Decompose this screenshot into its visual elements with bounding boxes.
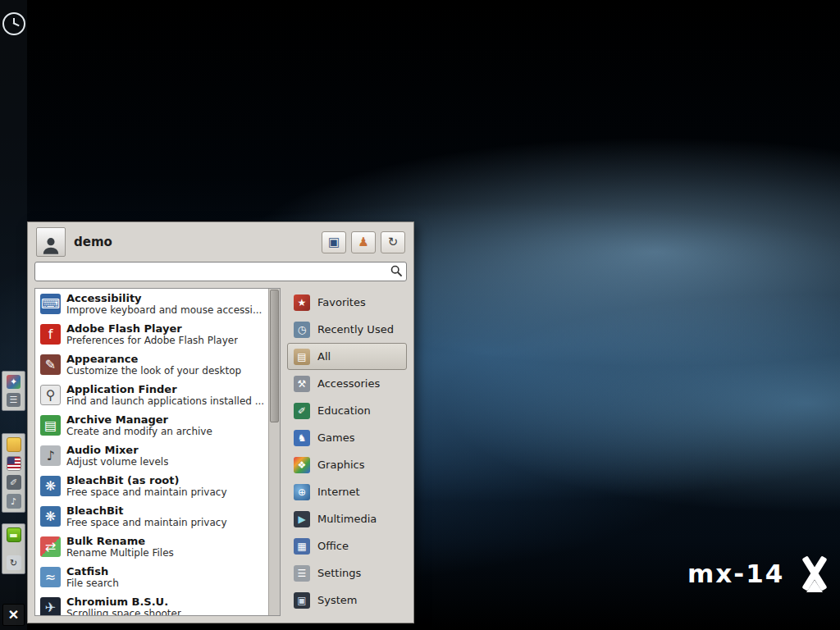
- category-office[interactable]: ▦Office: [287, 532, 407, 559]
- whisker-menu-content: ⌨AccessibilityImprove keyboard and mouse…: [28, 288, 413, 623]
- app-item-catfish[interactable]: ≈CatfishFile search: [35, 562, 268, 592]
- search-input[interactable]: [34, 262, 407, 281]
- search-icon: [390, 265, 403, 277]
- application-list-panel: ⌨AccessibilityImprove keyboard and mouse…: [34, 288, 281, 616]
- settings-icon: ☰: [294, 565, 310, 582]
- app-description: Find and launch applications installed .…: [66, 395, 264, 407]
- app-item-adobe-flash-player[interactable]: fAdobe Flash PlayerPreferences for Adobe…: [35, 319, 268, 349]
- app-description: Free space and maintain privacy: [66, 517, 227, 528]
- app-title: Adobe Flash Player: [66, 322, 238, 336]
- app-title: BleachBit (as root): [66, 474, 227, 487]
- keyboard-layout-us-flag-icon[interactable]: [7, 456, 21, 471]
- audio-mixer-icon: ♪: [40, 445, 61, 466]
- category-label: Internet: [317, 486, 360, 498]
- category-games[interactable]: ♞Games: [287, 424, 407, 451]
- app-title: Archive Manager: [66, 413, 212, 427]
- settings-manager-icon: ▣: [328, 235, 340, 249]
- whisker-menu-button[interactable]: ✕: [2, 604, 25, 626]
- panel-launchers: ✦☰: [2, 371, 25, 411]
- mx-menu-icon: ✕: [8, 609, 19, 622]
- multimedia-icon: ▶: [294, 511, 310, 527]
- app-title: Bulk Rename: [66, 535, 174, 548]
- application-list: ⌨AccessibilityImprove keyboard and mouse…: [35, 289, 268, 615]
- category-settings[interactable]: ☰Settings: [287, 559, 407, 587]
- system-icon: ▣: [294, 592, 310, 609]
- app-list-scrollbar[interactable]: [268, 289, 280, 615]
- bulk-rename-icon: ⇄: [40, 536, 61, 557]
- category-label: Recently Used: [317, 323, 394, 336]
- settings-manager-button[interactable]: ▣: [322, 231, 346, 253]
- favorites-icon: ★: [294, 294, 310, 311]
- category-label: System: [317, 594, 357, 606]
- category-label: Favorites: [317, 296, 366, 308]
- notes-icon[interactable]: [7, 437, 21, 452]
- app-item-bulk-rename[interactable]: ⇄Bulk RenameRename Multiple Files: [35, 532, 268, 562]
- app-description: Scrolling space shooter: [66, 608, 181, 615]
- application-finder-icon: ⚲: [40, 385, 61, 405]
- username: demo: [74, 235, 313, 249]
- mixer-sliders-icon[interactable]: ☰: [7, 393, 21, 407]
- category-multimedia[interactable]: ▶Multimedia: [287, 505, 407, 532]
- clock-icon: [2, 12, 25, 35]
- games-icon: ♞: [294, 430, 310, 446]
- archive-manager-icon: ▤: [40, 415, 61, 436]
- app-item-chromium-b-s-u[interactable]: ✈Chromium B.S.U.Scrolling space shooter: [35, 592, 268, 615]
- category-system[interactable]: ▣System: [287, 587, 407, 614]
- app-title: Chromium B.S.U.: [66, 596, 181, 609]
- app-description: Adjust volume levels: [66, 456, 168, 468]
- category-all[interactable]: ▤All: [287, 343, 407, 370]
- app-item-archive-manager[interactable]: ▤Archive ManagerCreate and modify an arc…: [35, 410, 268, 441]
- app-item-application-finder[interactable]: ⚲Application FinderFind and launch appli…: [35, 380, 268, 410]
- app-item-bleachbit-as-root[interactable]: ❋BleachBit (as root)Free space and maint…: [35, 471, 268, 501]
- app-item-audio-mixer[interactable]: ♪Audio MixerAdjust volume levels: [35, 441, 268, 471]
- office-icon: ▦: [294, 538, 310, 555]
- search-box: [34, 262, 407, 281]
- mx-brand-text: mx-14: [687, 559, 784, 588]
- app-title: Catfish: [66, 565, 119, 578]
- whisker-menu-header: demo ▣♟↻: [28, 222, 413, 260]
- category-favorites[interactable]: ★Favorites: [287, 289, 407, 316]
- catfish-icon: ≈: [40, 567, 61, 587]
- category-label: All: [317, 350, 331, 363]
- volume-icon[interactable]: ♪: [7, 494, 21, 509]
- category-accessories[interactable]: ⚒Accessories: [287, 370, 407, 397]
- category-label: Office: [317, 540, 349, 552]
- category-label: Graphics: [317, 459, 364, 471]
- graphics-icon: ❖: [294, 457, 310, 473]
- category-label: Education: [317, 404, 371, 417]
- category-education[interactable]: ✐Education: [287, 397, 407, 424]
- bleachbit-root-icon: ❋: [40, 476, 61, 496]
- battery-icon[interactable]: ▬: [7, 527, 21, 542]
- app-title: Application Finder: [66, 383, 264, 396]
- category-label: Accessories: [317, 377, 380, 390]
- tools-icon[interactable]: ✐: [7, 475, 21, 490]
- category-label: Settings: [317, 567, 361, 579]
- category-graphics[interactable]: ❖Graphics: [287, 451, 407, 478]
- header-buttons: ▣♟↻: [322, 231, 405, 253]
- desktop-preferences-icon[interactable]: ✦: [7, 375, 21, 389]
- app-title: Audio Mixer: [66, 444, 168, 457]
- person-silhouette-icon: [40, 235, 62, 256]
- app-description: Improve keyboard and mouse accessi...: [66, 304, 262, 316]
- user-settings-icon: ♟: [358, 235, 368, 249]
- app-title: Accessibility: [66, 292, 262, 305]
- user-settings-button[interactable]: ♟: [351, 231, 376, 253]
- app-description: File search: [66, 578, 119, 589]
- category-recently-used[interactable]: ◷Recently Used: [287, 316, 407, 343]
- app-description: Preferences for Adobe Flash Player: [66, 335, 238, 346]
- scrollbar-thumb[interactable]: [270, 290, 279, 422]
- recently-used-icon: ◷: [294, 322, 310, 338]
- app-item-appearance[interactable]: ✎AppearanceCustomize the look of your de…: [35, 349, 268, 380]
- app-description: Customize the look of your desktop: [66, 365, 241, 377]
- category-internet[interactable]: ⊕Internet: [287, 478, 407, 505]
- logout-button[interactable]: ↻: [381, 231, 405, 253]
- reload-icon[interactable]: ↻: [7, 555, 21, 570]
- app-item-accessibility[interactable]: ⌨AccessibilityImprove keyboard and mouse…: [35, 289, 268, 319]
- accessories-icon: ⚒: [294, 376, 310, 392]
- mx-brand: mx-14: [687, 556, 833, 591]
- internet-icon: ⊕: [294, 484, 310, 500]
- app-item-bleachbit[interactable]: ❋BleachBitFree space and maintain privac…: [35, 501, 268, 532]
- category-label: Games: [317, 431, 354, 444]
- bleachbit-icon: ❋: [40, 506, 61, 527]
- all-applications-icon: ▤: [294, 349, 310, 365]
